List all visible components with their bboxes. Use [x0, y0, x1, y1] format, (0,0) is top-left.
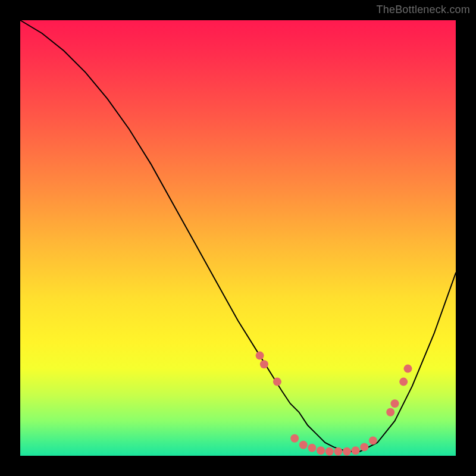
watermark-text: TheBottleneck.com	[377, 4, 470, 16]
marker-dot	[369, 436, 377, 444]
marker-dot	[273, 378, 281, 386]
marker-dot	[386, 408, 394, 416]
marker-dot	[260, 360, 268, 368]
marker-dot	[317, 446, 325, 455]
marker-dot	[334, 447, 342, 456]
marker-dot	[391, 399, 399, 408]
chart-frame: TheBottleneck.com	[0, 0, 476, 476]
marker-dot	[299, 441, 308, 449]
marker-dot	[360, 443, 368, 451]
marker-dot	[343, 447, 351, 456]
bottleneck-curve	[20, 20, 456, 452]
curve-svg	[20, 20, 456, 456]
marker-dot	[399, 378, 408, 386]
marker-dot	[256, 352, 264, 360]
marker-dot	[352, 446, 360, 455]
plot-area	[20, 20, 456, 456]
marker-dot	[404, 365, 412, 373]
marker-dot	[325, 447, 334, 456]
marker-group	[256, 352, 412, 456]
marker-dot	[290, 434, 299, 443]
marker-dot	[308, 444, 316, 452]
